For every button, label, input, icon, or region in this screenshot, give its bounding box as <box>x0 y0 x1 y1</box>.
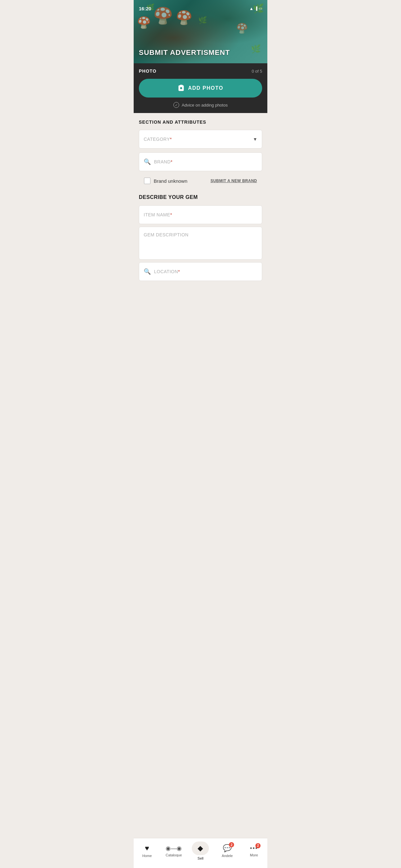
check-circle-icon: ✓ <box>174 102 179 108</box>
battery-icon: ▭ <box>258 6 262 11</box>
gem-description-label: GEM DESCRIPTION <box>139 227 262 240</box>
brand-required-star: * <box>171 159 173 164</box>
brand-unknown-checkbox[interactable] <box>144 178 150 184</box>
advice-text: Advice on adding photos <box>182 103 227 107</box>
photo-label: PHOTO <box>139 68 157 73</box>
photo-count: 0 of 5 <box>251 69 262 73</box>
dropdown-arrow-icon: ▼ <box>253 136 257 142</box>
add-photo-label: ADD PHOTO <box>188 85 223 91</box>
brand-search-icon: 🔍 <box>144 158 151 165</box>
brand-unknown-row: Brand unknown SUBMIT A NEW BRAND <box>139 174 262 188</box>
item-name-field[interactable]: ITEM NAME* <box>139 206 262 224</box>
add-photo-button[interactable]: ADD PHOTO <box>139 79 262 97</box>
submit-new-brand-link[interactable]: SUBMIT A NEW BRAND <box>211 179 257 183</box>
category-label: CATEGORY* <box>144 136 253 142</box>
describe-gem-header: DESCRIBE YOUR GEM <box>134 188 267 203</box>
status-bar: 16:20 ▲ ▐ ▭ <box>134 0 267 14</box>
camera-icon <box>178 85 185 92</box>
item-name-required-star: * <box>170 212 172 217</box>
location-required-star: * <box>178 269 180 274</box>
section-attributes-header: SECTION AND ATTRIBUTES <box>134 113 267 127</box>
status-time: 16:20 <box>139 6 151 11</box>
status-icons: ▲ ▐ ▭ <box>249 6 262 11</box>
brand-label: BRAND* <box>154 159 257 164</box>
brand-unknown-text: Brand unknown <box>154 178 187 184</box>
photo-section: PHOTO 0 of 5 ADD PHOTO ✓ Advice on addin… <box>134 63 267 113</box>
gem-description-body <box>139 240 262 259</box>
location-search-icon: 🔍 <box>144 268 151 275</box>
category-required-star: * <box>170 136 172 142</box>
location-label: LOCATION* <box>154 269 257 274</box>
category-field[interactable]: CATEGORY* ▼ <box>139 130 262 149</box>
location-field[interactable]: 🔍 LOCATION* <box>139 262 262 281</box>
advice-row: ✓ Advice on adding photos <box>139 102 262 108</box>
main-content: SECTION AND ATTRIBUTES CATEGORY* ▼ 🔍 BRA… <box>134 113 267 316</box>
hero-title: SUBMIT ADVERTISMENT <box>139 49 230 57</box>
photo-header: PHOTO 0 of 5 <box>139 68 262 73</box>
brand-unknown-left: Brand unknown <box>144 178 187 184</box>
item-name-label: ITEM NAME* <box>144 212 257 217</box>
signal-icon: ▐ <box>255 6 257 10</box>
wifi-icon: ▲ <box>249 6 253 11</box>
gem-description-field[interactable]: GEM DESCRIPTION <box>139 227 262 259</box>
brand-field[interactable]: 🔍 BRAND* <box>139 152 262 171</box>
